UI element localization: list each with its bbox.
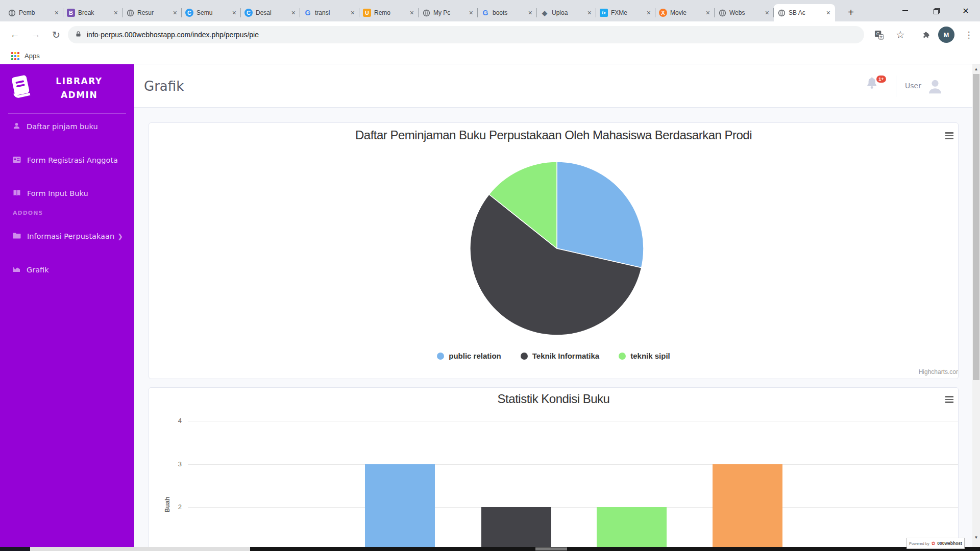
browser-tab[interactable]: Webs× [715,4,774,21]
horizontal-scrollbar-thumb[interactable] [535,547,567,550]
bar-value-3[interactable] [713,464,782,551]
tab-title: SB Ac [789,9,822,16]
scrollbar-corner [0,547,30,551]
window-close-button[interactable]: ✕ [951,0,980,21]
tab-close-icon[interactable]: × [409,9,415,17]
tab-title: Remo [374,9,406,16]
chart-context-menu-button[interactable] [945,132,953,139]
browser-menu-kebab-icon[interactable]: ⋮ [961,27,977,43]
tab-close-icon[interactable]: × [54,9,60,17]
horizontal-scrollbar-thumb[interactable] [30,547,250,551]
apps-bookmark[interactable]: Apps [24,52,40,60]
tab-close-icon[interactable]: × [825,9,831,17]
translate-icon[interactable]: G文 [871,27,887,43]
pie-chart-title: Daftar Peminjaman Buku Perpustakaan Oleh… [149,128,958,142]
legend-item-public-relation[interactable]: public relation [437,352,501,360]
tab-close-icon[interactable]: × [231,9,237,17]
scroll-up-icon[interactable]: ▲ [972,65,980,73]
browser-tab[interactable]: CDesai× [241,4,300,21]
tab-close-icon[interactable]: × [705,9,711,17]
browser-tab[interactable]: ◆Uploa× [537,4,596,21]
browser-tab[interactable]: Gtransl× [300,4,359,21]
tab-close-icon[interactable]: × [350,9,356,17]
pie-chart-card: Daftar Peminjaman Buku Perpustakaan Oleh… [149,122,959,379]
highcharts-attribution[interactable]: Highcharts.com [919,368,959,375]
profile-avatar[interactable]: M [938,27,954,43]
browser-window: Pemb×BBreak×Resur×CSemu×CDesai×Gtransl×U… [0,0,980,551]
book-icon [13,189,21,198]
sidebar-item-form-input-buku[interactable]: Form Input Buku [0,185,134,202]
tab-close-icon[interactable]: × [586,9,593,17]
tab-close-icon[interactable]: × [290,9,297,17]
apps-grid-icon[interactable] [11,52,19,60]
sidebar-item-label: Informasi Perpustakaan [27,232,114,240]
extensions-puzzle-icon[interactable] [918,27,934,43]
bar-value-2[interactable] [597,507,667,551]
tab-close-icon[interactable]: × [764,9,770,17]
tab-close-icon[interactable]: × [646,9,652,17]
window-restore-button[interactable] [923,0,949,21]
gridline [188,507,959,508]
svg-text:文: 文 [879,35,883,38]
tab-close-icon[interactable]: × [527,9,533,17]
sidebar-item-label: Daftar pinjam buku [27,122,98,131]
bookmark-star-icon[interactable]: ☆ [892,27,909,43]
browser-tab[interactable]: fxFXMe× [596,4,655,21]
new-tab-button[interactable]: + [843,5,859,20]
pie-chart[interactable] [465,157,649,340]
browser-tab-active[interactable]: SB Ac× [774,4,835,21]
reload-button[interactable]: ↻ [48,27,64,43]
forward-button[interactable]: → [28,27,44,43]
xampp-favicon-icon: X [659,9,667,17]
address-bar[interactable]: info-perpus.000webhostapp.com/index.php/… [68,26,864,43]
legend-label: public relation [449,352,501,360]
browser-tab[interactable]: Resur× [122,4,182,21]
window-minimize-button[interactable] [892,0,918,21]
legend-label: Teknik Informatika [532,352,599,360]
horizontal-scrollbar[interactable] [0,547,980,551]
notification-badge: 1+ [876,76,886,83]
browser-tab[interactable]: Pemb× [4,4,63,21]
back-button[interactable]: ← [7,27,23,43]
folder-icon [13,232,21,240]
powered-by-badge[interactable]: Powered by ✿ 000webhost [906,538,965,549]
tab-close-icon[interactable]: × [113,9,119,17]
legend-item-teknik-informatika[interactable]: Teknik Informatika [521,352,599,360]
sidebar-item-daftar-pinjam-buku[interactable]: Daftar pinjam buku [0,118,134,135]
bar-value-2[interactable] [481,507,551,551]
tab-close-icon[interactable]: × [468,9,474,17]
legend-item-teknik-sipil[interactable]: teknik sipil [619,352,670,360]
vertical-scrollbar[interactable]: ▲ ▼ [972,64,980,547]
browser-tab[interactable]: BBreak× [63,4,122,21]
tab-title: Pemb [19,9,51,16]
bar-value-3[interactable] [365,464,435,551]
user-menu-label[interactable]: User [905,82,921,90]
browser-tab[interactable]: XMovie× [655,4,715,21]
sidebar: LIBRARY ADMIN Daftar pinjam bukuForm Reg… [0,64,134,547]
user-avatar-icon[interactable] [926,78,944,97]
sidebar-brand[interactable]: LIBRARY ADMIN [0,73,134,104]
y-axis-tick-label: 3 [164,460,182,468]
notifications-button[interactable]: 1+ [865,77,886,97]
bookmarks-bar: Apps [0,48,980,64]
sidebar-item-grafik[interactable]: Grafik [0,261,134,279]
scroll-down-icon[interactable]: ▼ [972,534,980,542]
browser-tab[interactable]: URemo× [359,4,419,21]
gridline [188,421,959,421]
sidebar-item-form-registrasi-anggota[interactable]: Form Registrasi Anggota [0,152,134,169]
sidebar-divider [8,113,126,114]
brand-line1: LIBRARY [46,74,112,88]
browser-tab[interactable]: Gboots× [478,4,537,21]
vertical-scrollbar-thumb[interactable] [973,74,979,380]
page-content: LIBRARY ADMIN Daftar pinjam bukuForm Reg… [0,64,980,551]
globe-favicon-icon [8,9,16,17]
browser-tab[interactable]: CSemu× [182,4,241,21]
browser-tab[interactable]: My Pc× [419,4,478,21]
chart-context-menu-button[interactable] [945,396,953,403]
sidebar-item-informasi-perpustakaan[interactable]: Informasi Perpustakaan❯ [0,228,134,245]
brand-line2: ADMIN [46,88,112,102]
sidebar-item-label: Form Input Buku [27,189,88,197]
tab-close-icon[interactable]: × [172,9,178,17]
globe-favicon-icon [422,9,430,17]
page-title: Grafik [144,79,184,94]
